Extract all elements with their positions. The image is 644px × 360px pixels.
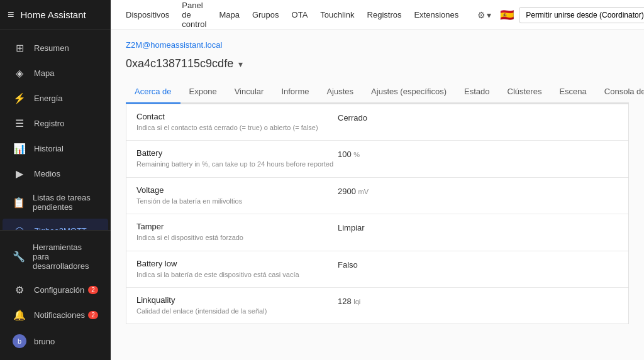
device-dropdown-icon[interactable]: ▾ bbox=[238, 59, 243, 69]
voltage-name: Voltage bbox=[136, 185, 338, 195]
device-header: 0xa4c1387115c9cdfe ▾ bbox=[126, 57, 629, 70]
topbar-right: ⚙ ▾ 🇪🇸 Permitir unirse desde (Coordinato… bbox=[474, 7, 644, 23]
medios-icon: ▶ bbox=[13, 168, 26, 180]
settings-button[interactable]: ⚙ ▾ bbox=[474, 8, 495, 23]
topbar-nav-mapa[interactable]: Mapa bbox=[214, 8, 245, 22]
main-content: DispositivosPanel de controlMapaGruposOT… bbox=[111, 0, 644, 360]
topbar-nav-touchlink[interactable]: Touchlink bbox=[315, 8, 359, 22]
content-area: Z2M@homeassistant.local 0xa4c1387115c9cd… bbox=[111, 30, 644, 360]
sidebar-item-label: Registro bbox=[34, 119, 64, 128]
sidebar-item-energia[interactable]: ⚡Energía bbox=[3, 86, 108, 111]
tab-ajustes-especificos[interactable]: Ajustes (específicos) bbox=[362, 80, 455, 104]
sidebar-header: ≡ Home Assistant bbox=[0, 0, 111, 30]
join-button[interactable]: Permitir unirse desde (Coordinator) ▾ bbox=[519, 7, 644, 23]
sidebar-item-label: Mapa bbox=[34, 68, 55, 78]
menu-icon[interactable]: ≡ bbox=[8, 8, 14, 21]
sidebar-item-registro[interactable]: ☰Registro bbox=[3, 111, 108, 136]
tab-vincular[interactable]: Vincular bbox=[226, 80, 273, 104]
table-row: Voltage Tensión de la batería en milivol… bbox=[126, 178, 628, 214]
app-title: Home Assistant bbox=[21, 9, 86, 20]
notificaciones-badge: 2 bbox=[88, 311, 98, 319]
tab-consola[interactable]: Consola de desarrollo bbox=[596, 80, 644, 104]
tab-bar: Acerca deExponeVincularInformeAjustesAju… bbox=[126, 80, 629, 104]
topbar-nav-extensiones[interactable]: Extensiones bbox=[409, 8, 464, 22]
topbar-nav-panel[interactable]: Panel de control bbox=[177, 0, 211, 31]
topbar-nav-grupos[interactable]: Grupos bbox=[247, 8, 284, 22]
sidebar-item-label: Resumen bbox=[34, 43, 69, 53]
sidebar-item-label: Medios bbox=[34, 169, 60, 178]
battery-low-value: Falso bbox=[338, 259, 618, 270]
sidebar-item-historial[interactable]: 📊Historial bbox=[3, 136, 108, 161]
voltage-value: 2900 mV bbox=[338, 185, 618, 196]
battery-value: 100 % bbox=[338, 148, 618, 159]
tab-escena[interactable]: Escena bbox=[550, 80, 595, 104]
tab-estado[interactable]: Estado bbox=[455, 80, 498, 104]
sidebar-item-herramientas[interactable]: 🔧Herramientas para desarrolladores bbox=[3, 236, 108, 277]
linkquality-info: Linkquality Calidad del enlace (intensid… bbox=[136, 295, 338, 316]
tab-informe[interactable]: Informe bbox=[272, 80, 318, 104]
voltage-unit: mV bbox=[358, 188, 369, 195]
voltage-description: Tensión de la batería en milivoltios bbox=[136, 197, 338, 206]
sidebar-bottom: 🔧Herramientas para desarrolladores⚙Confi… bbox=[0, 230, 111, 360]
energia-icon: ⚡ bbox=[13, 92, 26, 104]
join-button-label: Permitir unirse desde (Coordinator) bbox=[526, 11, 643, 19]
linkquality-name: Linkquality bbox=[136, 295, 338, 305]
language-flag[interactable]: 🇪🇸 bbox=[500, 8, 514, 22]
fields-table: Contact Indica si el contacto está cerra… bbox=[126, 104, 629, 324]
battery-low-description: Indica si la batería de este dispositivo… bbox=[136, 270, 338, 280]
contact-name: Contact bbox=[136, 112, 338, 121]
topbar-nav: DispositivosPanel de controlMapaGruposOT… bbox=[121, 0, 464, 31]
tamper-name: Tamper bbox=[136, 222, 338, 231]
battery-unit: % bbox=[353, 151, 360, 158]
topbar-nav-registros[interactable]: Registros bbox=[362, 8, 407, 22]
contact-info: Contact Indica si el contacto está cerra… bbox=[136, 112, 338, 133]
herramientas-icon: 🔧 bbox=[13, 251, 25, 263]
table-row: Linkquality Calidad del enlace (intensid… bbox=[126, 288, 628, 324]
sidebar: ≡ Home Assistant ⊞Resumen◈Mapa⚡Energía☰R… bbox=[0, 0, 111, 360]
registro-icon: ☰ bbox=[13, 117, 26, 129]
sidebar-item-mapa[interactable]: ◈Mapa bbox=[3, 61, 108, 85]
topbar-nav-dispositivos[interactable]: Dispositivos bbox=[121, 8, 174, 22]
tamper-info: Tamper Indica si el dispositivo está for… bbox=[136, 222, 338, 243]
table-row: Contact Indica si el contacto está cerra… bbox=[126, 104, 628, 141]
table-row: Tamper Indica si el dispositivo está for… bbox=[126, 214, 628, 251]
sidebar-item-resumen[interactable]: ⊞Resumen bbox=[3, 36, 108, 60]
sidebar-item-label: Energía bbox=[34, 94, 63, 103]
configuracion-icon: ⚙ bbox=[13, 284, 26, 296]
linkquality-description: Calidad del enlace (intensidad de la señ… bbox=[136, 307, 338, 316]
historial-icon: 📊 bbox=[13, 143, 26, 155]
sidebar-item-notificaciones[interactable]: 🔔Notificaciones2 bbox=[3, 303, 108, 327]
sidebar-item-label: Listas de tareas pendientes bbox=[33, 193, 98, 212]
zigbee-icon: ⬡ bbox=[13, 225, 26, 230]
tamper-description: Indica si el dispositivo está forzado bbox=[136, 233, 338, 243]
sidebar-item-medios[interactable]: ▶Medios bbox=[3, 161, 108, 186]
contact-value: Cerrado bbox=[338, 112, 618, 123]
settings-chevron-icon: ▾ bbox=[487, 10, 491, 20]
tab-acerca-de[interactable]: Acerca de bbox=[126, 80, 180, 104]
battery-description: Remaining battery in %, can take up to 2… bbox=[136, 160, 338, 169]
table-row: Battery low Indica si la batería de este… bbox=[126, 251, 628, 288]
sidebar-item-listas[interactable]: 📋Listas de tareas pendientes bbox=[3, 187, 108, 218]
sidebar-item-usuario[interactable]: bbruno bbox=[3, 328, 108, 354]
sidebar-item-zigbee[interactable]: ⬡Zigbee2MQTT bbox=[3, 219, 108, 230]
sidebar-item-label: Herramientas para desarrolladores bbox=[33, 243, 98, 271]
tab-clusteres[interactable]: Clústeres bbox=[499, 80, 551, 104]
tab-ajustes[interactable]: Ajustes bbox=[318, 80, 362, 104]
zigbee-link[interactable]: Z2M@homeassistant.local bbox=[126, 40, 629, 50]
contact-description: Indica si el contacto está cerrado (= tr… bbox=[136, 123, 338, 133]
tab-expone[interactable]: Expone bbox=[180, 80, 226, 104]
configuracion-badge: 2 bbox=[88, 286, 98, 294]
mapa-icon: ◈ bbox=[13, 67, 26, 79]
topbar-nav-ota[interactable]: OTA bbox=[287, 8, 313, 22]
sidebar-item-configuracion[interactable]: ⚙Configuración2 bbox=[3, 278, 108, 302]
tamper-value: Limpiar bbox=[338, 222, 618, 232]
sidebar-item-label: Configuración bbox=[34, 285, 84, 295]
battery-info: Battery Remaining battery in %, can take… bbox=[136, 148, 338, 169]
sidebar-item-label: Notificaciones bbox=[34, 310, 85, 320]
linkquality-unit: lqi bbox=[353, 298, 360, 305]
battery-name: Battery bbox=[136, 148, 338, 158]
avatar: b bbox=[13, 334, 26, 348]
sidebar-nav: ⊞Resumen◈Mapa⚡Energía☰Registro📊Historial… bbox=[0, 30, 111, 230]
device-id: 0xa4c1387115c9cdfe bbox=[126, 57, 233, 70]
linkquality-value: 128 lqi bbox=[338, 295, 618, 306]
